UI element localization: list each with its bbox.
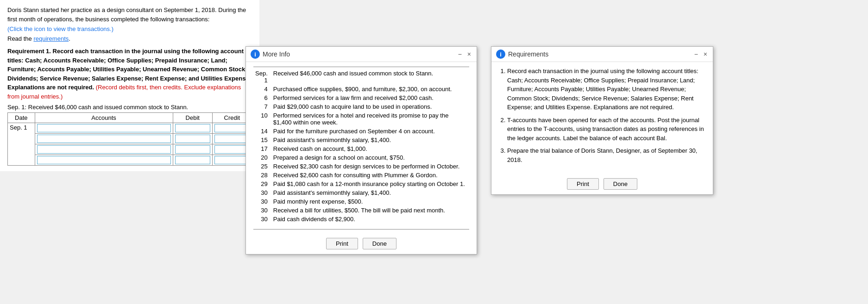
transaction-row: 28Received $2,600 cash for consulting wi… (253, 171, 469, 171)
transaction-row: 20Prepared a design for a school on acco… (253, 153, 469, 162)
journal-table: Date Accounts Debit Credit Sep. 1 (7, 112, 252, 166)
transaction-text: Received $2,600 cash for consulting with… (271, 171, 469, 171)
transaction-row: 7Paid $29,000 cash to acquire land to be… (253, 102, 469, 111)
transaction-row: 14Paid for the furniture purchased on Se… (253, 127, 469, 136)
account-cell-2[interactable] (35, 144, 173, 155)
credit-input-3[interactable] (214, 156, 250, 164)
debit-cell-1[interactable] (173, 134, 212, 144)
credit-input-2[interactable] (214, 145, 250, 154)
debit-cell-2[interactable] (173, 144, 212, 155)
requirements-anchor[interactable]: requirements (33, 35, 69, 42)
more-info-modal: i More Info − × Sep. 1Received $46,000 c… (245, 46, 477, 171)
transaction-text: Paid for the furniture purchased on Sept… (271, 127, 469, 136)
req-list-item: Prepare the trial balance of Doris Stann… (507, 146, 705, 164)
transaction-date: Sep. 1 (253, 69, 271, 85)
transaction-date: 14 (253, 127, 271, 136)
transaction-row: 10Performed services for a hotel and rec… (253, 111, 469, 127)
more-info-modal-body: Sep. 1Received $46,000 cash and issued c… (246, 62, 477, 171)
col-header-debit: Debit (173, 113, 212, 123)
credit-input-1[interactable] (214, 135, 250, 143)
read-text: Read the (7, 35, 33, 42)
date-cell: Sep. 1 (8, 123, 35, 166)
transaction-text: Performed services for a hotel and recei… (271, 111, 469, 127)
requirement1-text: Requirement 1. Record each transaction i… (7, 47, 252, 101)
transaction-text: Paid $29,000 cash to acquire land to be … (271, 102, 469, 111)
transaction-date: 25 (253, 162, 271, 171)
table-row (8, 144, 252, 155)
period: . (69, 35, 70, 42)
more-info-title: More Info (263, 50, 457, 58)
more-info-transactions-table: Sep. 1Received $46,000 cash and issued c… (253, 69, 469, 171)
col-header-accounts: Accounts (35, 113, 173, 123)
transaction-text: Prepared a design for a school on accoun… (271, 153, 469, 162)
transaction-row: 25Received $2,300 cash for design servic… (253, 162, 469, 171)
account-input-0[interactable] (37, 124, 171, 132)
transaction-row: 17Received cash on account, $1,000. (253, 144, 469, 153)
account-input-2[interactable] (37, 145, 171, 154)
transaction-text: Received cash on account, $1,000. (271, 144, 469, 153)
transaction-date: 4 (253, 85, 271, 93)
more-info-minimize-button[interactable]: − (457, 50, 463, 58)
more-info-separator-top (253, 67, 469, 67)
transaction-text: Purchased office supplies, $900, and fur… (271, 85, 469, 93)
transaction-date: 17 (253, 144, 271, 153)
info-icon-req: i (496, 50, 505, 59)
table-row: Sep. 1 (8, 123, 252, 134)
table-row (8, 134, 252, 144)
transaction-date: 28 (253, 171, 271, 171)
info-icon-more: i (251, 50, 260, 59)
req-modal-body: Record each transaction in the journal u… (491, 62, 713, 171)
account-cell-1[interactable] (35, 134, 173, 144)
transaction-row: Sep. 1Received $46,000 cash and issued c… (253, 69, 469, 85)
requirements-link-line: Read the requirements. (7, 35, 252, 42)
req-list-item: T-accounts have been opened for each of … (507, 116, 705, 143)
transaction-row: 15Paid assistant's semimonthly salary, $… (253, 136, 469, 144)
click-info-link[interactable]: (Click the icon to view the transactions… (7, 25, 252, 32)
transaction-date: 7 (253, 102, 271, 111)
requirement1-bold: Requirement 1. (7, 48, 51, 55)
debit-input-0[interactable] (175, 124, 210, 132)
transaction-text: Received $2,300 cash for design services… (271, 162, 469, 171)
req-modal-header: i Requirements − × (491, 47, 713, 62)
req-modal-list: Record each transaction in the journal u… (499, 67, 705, 164)
req-modal-controls: − × (693, 50, 708, 58)
transaction-label: Sep. 1: Received $46,000 cash and issued… (7, 104, 252, 111)
req-minimize-button[interactable]: − (693, 50, 699, 58)
debit-input-2[interactable] (175, 145, 210, 154)
table-row (8, 155, 252, 166)
transaction-date: 6 (253, 93, 271, 102)
transaction-text: Received $46,000 cash and issued common … (271, 69, 469, 85)
transaction-date: 10 (253, 111, 271, 127)
req-modal-title: Requirements (508, 50, 693, 58)
main-content: Doris Stann started her practice as a de… (0, 0, 259, 171)
debit-input-1[interactable] (175, 135, 210, 143)
debit-cell-3[interactable] (173, 155, 212, 166)
account-input-3[interactable] (37, 156, 171, 164)
debit-input-3[interactable] (175, 156, 210, 164)
account-input-1[interactable] (37, 135, 171, 143)
transaction-date: 20 (253, 153, 271, 162)
account-cell-0[interactable] (35, 123, 173, 134)
more-info-modal-header: i More Info − × (246, 47, 477, 62)
more-info-close-button[interactable]: × (466, 50, 472, 58)
more-info-modal-controls: − × (457, 50, 472, 58)
transaction-row: 4Purchased office supplies, $900, and fu… (253, 85, 469, 93)
credit-input-0[interactable] (214, 124, 250, 132)
transaction-date: 15 (253, 136, 271, 144)
transaction-row: 6Performed services for a law firm and r… (253, 93, 469, 102)
transaction-text: Performed services for a law firm and re… (271, 93, 469, 102)
col-header-date: Date (8, 113, 35, 123)
req-close-button[interactable]: × (703, 50, 708, 58)
account-cell-3[interactable] (35, 155, 173, 166)
requirements-modal: i Requirements − × Record each transacti… (491, 46, 713, 171)
intro-text: Doris Stann started her practice as a de… (7, 6, 252, 24)
transaction-text: Paid assistant's semimonthly salary, $1,… (271, 136, 469, 144)
req-list-item: Record each transaction in the journal u… (507, 67, 705, 112)
debit-cell-0[interactable] (173, 123, 212, 134)
